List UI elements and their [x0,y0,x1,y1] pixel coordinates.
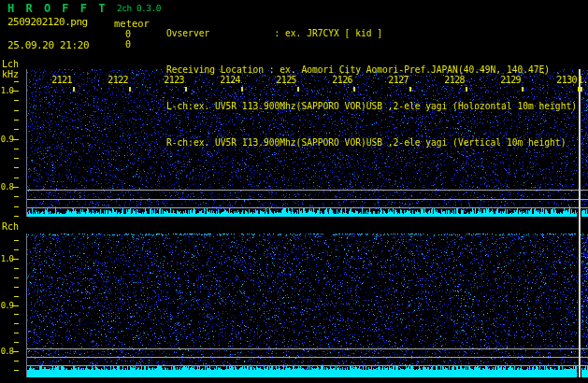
l-ch-receiver-line: L-ch:ex. UV5R 113.900Mhz(SAPPORO VOR)USB… [166,100,577,112]
r-ch-receiver-line: R-ch:ex. UV5R 113.900Mhz(SAPPORO VOR)USB… [166,136,577,149]
hrofft-window: H R O F F T 2ch 0.3.0 2509202120.png met… [0,0,588,383]
time-label-2128: 2128 [444,75,465,85]
time-label-2129: 2129 [500,75,521,85]
time-label-2127: 2127 [388,75,409,85]
panel-l-label: Lch [2,59,19,69]
meteor-count-lower: 0 [122,39,135,50]
time-label-2124: 2124 [220,75,240,85]
output-filename: 2509202120.png [7,16,88,28]
time-label-2123: 2123 [164,75,184,85]
panel-l-freq-0.9: 0.9 [0,135,13,144]
observation-header: Ovserver : ex. JR7CYX [ kid ] Receiving … [166,3,577,173]
timestamp: 25.09.20 21:20 [7,39,89,51]
panel-l-freq-0.8: 0.8 [0,182,13,192]
panel-r-freq-0.8: 0.8 [0,347,13,356]
app-title: H R O F F T [7,2,108,15]
observation-mode-label: meteor [114,18,150,29]
panel-l-freq-1.0: 1.0 [0,86,13,95]
time-label-2125: 2125 [276,75,296,85]
panel-r-freq-1.0: 1.0 [0,254,13,263]
live-strip-label: 1.0 [578,75,588,85]
app-version: 2ch 0.3.0 [117,3,161,13]
panel-r-freq-0.9: 0.9 [0,301,13,310]
observer-line: Ovserver : ex. JR7CYX [ kid ] [166,27,577,39]
time-label-2122: 2122 [108,75,128,85]
panel-r-label: Rch [2,221,19,232]
time-label-2126: 2126 [332,75,352,85]
panel-l-unit: kHz [2,69,19,79]
meteor-count-upper: 0 [122,29,135,39]
time-label-2121: 2121 [51,75,72,85]
time-label-2130: 2130 [556,75,577,85]
